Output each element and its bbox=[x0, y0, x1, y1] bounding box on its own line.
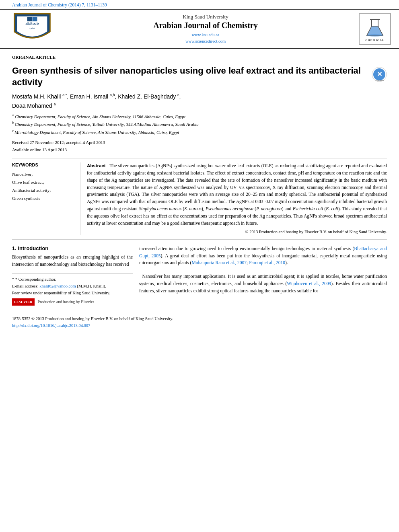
main-content: ORIGINAL ARTICLE Green synthesis of silv… bbox=[0, 49, 399, 306]
svg-point-9 bbox=[367, 34, 383, 37]
svg-text:سعود: سعود bbox=[29, 26, 35, 29]
journal-url2[interactable]: www.sciencedirect.com bbox=[60, 38, 351, 45]
svg-text:✕: ✕ bbox=[377, 71, 382, 78]
bottom-bar: 1878-5352 © 2013 Production and hosting … bbox=[0, 313, 399, 332]
footnote-box: * * Corresponding author. E-mail address… bbox=[12, 273, 133, 306]
footnote-corresponding: * * Corresponding author. bbox=[12, 276, 133, 283]
intro-right-text2: Nanosilver has many important applicatio… bbox=[139, 273, 387, 294]
abstract-text: The silver nanoparticles (AgNPs) synthes… bbox=[87, 163, 387, 226]
abstract-section: KEYWORDS Nanosilver; Olive leaf extract;… bbox=[12, 158, 387, 240]
journal-name: Arabian Journal of Chemistry bbox=[60, 21, 351, 30]
article-dates: Received 27 November 2012; accepted 4 Ap… bbox=[12, 139, 387, 153]
email-label: E-mail address: bbox=[12, 284, 39, 288]
production-text: Production and hosting by Elsevier bbox=[38, 299, 95, 305]
chemical-label: CHEMICAL bbox=[365, 39, 384, 42]
svg-text:جامعة الملك: جامعة الملك bbox=[25, 22, 40, 25]
keywords-box: KEYWORDS Nanosilver; Olive leaf extract;… bbox=[12, 162, 80, 235]
university-name: King Saud University bbox=[60, 14, 351, 20]
journal-url1[interactable]: www.ksu.edu.sa bbox=[60, 32, 351, 38]
keywords-list: Nanosilver; Olive leaf extract; Antibact… bbox=[12, 170, 75, 202]
svg-text:CrossMark: CrossMark bbox=[375, 79, 384, 81]
article-type: ORIGINAL ARTICLE bbox=[12, 55, 387, 61]
journal-citation: Arabian Journal of Chemistry (2014) 7, 1… bbox=[12, 2, 107, 7]
page-wrapper: Arabian Journal of Chemistry (2014) 7, 1… bbox=[0, 0, 399, 532]
keyword-2: Olive leaf extract; bbox=[12, 179, 75, 187]
elsevier-badge: ELSEVIER bbox=[12, 298, 35, 306]
crossmark-badge[interactable]: ✕ CrossMark bbox=[372, 67, 387, 84]
journal-title-center: King Saud University Arabian Journal of … bbox=[60, 14, 351, 45]
intro-heading: 1. Introduction bbox=[12, 245, 133, 251]
chemical-logo: CHEMICAL bbox=[351, 13, 391, 45]
journal-urls: www.ksu.edu.sa www.sciencedirect.com bbox=[60, 32, 351, 45]
email-name: (M.M.H. Khalil). bbox=[77, 284, 106, 288]
bottom-issn: 1878-5352 © 2013 Production and hosting … bbox=[12, 316, 387, 322]
ref-bhattach[interactable]: Bhattacharya and Gupt, 2005 bbox=[139, 246, 387, 258]
article-title-row: Green synthesis of silver nanoparticles … bbox=[12, 65, 387, 88]
intro-left-text: Biosynthesis of nanoparticles as an emer… bbox=[12, 254, 133, 268]
ref-farooqi[interactable]: Farooqi et al., 2010 bbox=[249, 260, 285, 265]
footnote-star: * bbox=[12, 277, 15, 281]
email-link[interactable]: khalil62@yahoo.com bbox=[39, 284, 76, 288]
affiliations: a Chemistry Department, Faculty of Scien… bbox=[12, 113, 387, 136]
ref-wijnhoven[interactable]: Wijnhoven et al., 2009 bbox=[287, 281, 331, 286]
two-col-intro: 1. Introduction Biosynthesis of nanopart… bbox=[12, 245, 387, 306]
svg-text:1957: 1957 bbox=[30, 33, 35, 36]
doi-link[interactable]: http://dx.doi.org/10.1016/j.arabjc.2013.… bbox=[12, 323, 90, 328]
affil-c: Microbiology Department, Faculty of Scie… bbox=[14, 129, 179, 134]
abstract-copyright: © 2013 Production and hosting by Elsevie… bbox=[87, 229, 387, 235]
received-date: Received 27 November 2012; accepted 4 Ap… bbox=[12, 139, 387, 146]
keyword-3: Antibacterial activity; bbox=[12, 187, 75, 195]
bottom-doi: http://dx.doi.org/10.1016/j.arabjc.2013.… bbox=[12, 322, 387, 329]
article-title: Green synthesis of silver nanoparticles … bbox=[12, 65, 367, 88]
intro-right-text: increased attention due to growing need … bbox=[139, 245, 387, 267]
elsevier-logo: ELSEVIER Production and hosting by Elsev… bbox=[12, 298, 133, 306]
affil-b: Chemistry Department, Faculty of Science… bbox=[15, 122, 199, 127]
ref-mohanpuria[interactable]: Mohanpuria Rana et al., 2007 bbox=[191, 260, 247, 265]
footnote-corresponding-text: * Corresponding author. bbox=[15, 277, 56, 281]
abstract-text-box: Abstract The silver nanoparticles (AgNPs… bbox=[87, 162, 387, 235]
journal-citation-bar: Arabian Journal of Chemistry (2014) 7, 1… bbox=[0, 0, 399, 9]
available-date: Available online 13 April 2013 bbox=[12, 146, 387, 154]
keyword-1: Nanosilver; bbox=[12, 170, 75, 179]
affil-a: Chemistry Department, Faculty of Science… bbox=[15, 114, 185, 119]
svg-rect-4 bbox=[32, 17, 37, 21]
chemical-badge: CHEMICAL bbox=[359, 13, 391, 45]
intro-left-col: 1. Introduction Biosynthesis of nanopart… bbox=[12, 245, 133, 306]
footnote-peer-review: Peer review under responsibility of King… bbox=[12, 290, 133, 297]
journal-header: جامعة الملك سعود 1957 King Saud Universi… bbox=[0, 9, 399, 49]
keywords-title: KEYWORDS bbox=[12, 162, 75, 167]
intro-right-col: increased attention due to growing need … bbox=[139, 245, 387, 306]
footnote-email: E-mail address: khalil62@yahoo.com (M.M.… bbox=[12, 283, 133, 290]
authors-line: Mostafa M.H. Khalil a,*, Eman H. Ismail … bbox=[12, 92, 387, 110]
ksu-logo: جامعة الملك سعود 1957 bbox=[8, 12, 60, 46]
abstract-label: Abstract bbox=[87, 163, 106, 168]
svg-rect-3 bbox=[27, 17, 32, 21]
keyword-4: Green synthesis bbox=[12, 195, 75, 203]
